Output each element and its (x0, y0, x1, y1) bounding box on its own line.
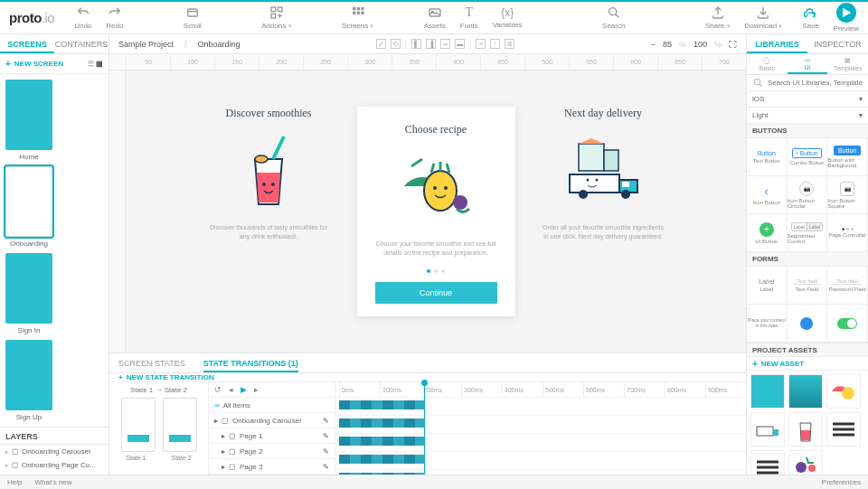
theme-dropdown[interactable]: Light▾ (747, 108, 868, 124)
asset-thumb[interactable] (750, 412, 785, 447)
tree-all[interactable]: ∞All items (209, 398, 335, 413)
download-button[interactable]: Download ▾ (745, 5, 783, 30)
tab-state-transitions[interactable]: STATE TRANSITIONS (1) (203, 353, 298, 372)
search-icon (752, 77, 764, 89)
preferences-link[interactable]: Preferences (822, 478, 861, 486)
layer-item[interactable]: ▸▢Onboarding Page Co... (0, 458, 108, 472)
preview-button[interactable]: Preview (834, 3, 859, 33)
project-assets-header: PROJECT ASSETS (747, 343, 868, 357)
asset-thumb[interactable] (788, 412, 823, 447)
comp-ui-button[interactable]: +UI Button (747, 214, 788, 252)
tab-screens[interactable]: SCREENS (0, 34, 54, 53)
comp-segmented[interactable]: LabelLabelSegmented Control (788, 214, 828, 252)
fonts-button[interactable]: TFonts (460, 5, 478, 30)
timeline-bar[interactable] (339, 437, 424, 446)
library-search-input[interactable] (768, 79, 863, 87)
playhead[interactable] (424, 382, 425, 488)
save-button[interactable]: Save (802, 5, 818, 30)
comp-toggle[interactable] (827, 305, 868, 343)
comp-bg-button[interactable]: ButtonButton with Background (827, 138, 868, 176)
align-tools[interactable]: ⤢⟲| ▌▐═▬ | ≡⋮⊞ (376, 39, 515, 49)
comp-icon-button[interactable]: ‹Icon Button (747, 176, 788, 214)
new-asset-button[interactable]: +NEW ASSET (747, 357, 868, 371)
share-button[interactable]: Share ▾ (705, 5, 731, 30)
view-list-icon[interactable]: ☰ (88, 60, 94, 68)
tree-item[interactable]: ▸▢Page 2✎ (209, 444, 335, 459)
asset-thumb[interactable] (826, 412, 861, 447)
svg-point-13 (609, 8, 616, 15)
asset-thumb[interactable] (750, 374, 785, 409)
right-panel: LIBRARIES INSPECTOR ◯Basic ▭UI ▦Template… (746, 34, 868, 488)
fullscreen-icon[interactable]: ⛶ (729, 40, 737, 49)
comp-password[interactable]: Text fieldPassword Field (827, 267, 868, 305)
logo[interactable]: proto.io (9, 10, 54, 25)
lib-ui[interactable]: ▭UI (788, 54, 828, 74)
breadcrumb-project[interactable]: Sample Project (118, 40, 174, 49)
asset-thumb[interactable] (788, 374, 823, 409)
assets-button[interactable]: Assets (424, 5, 446, 30)
tree-item[interactable]: ▸▢Page 3✎ (209, 459, 335, 475)
scroll-button[interactable]: Scroll (184, 5, 202, 30)
asset-thumb[interactable] (826, 374, 861, 409)
comp-label[interactable]: LabelLabel (747, 267, 788, 305)
svg-point-45 (796, 462, 807, 473)
comp-icon-sq[interactable]: 📷Icon Button Square (827, 176, 868, 214)
next-icon[interactable]: ▸ (254, 385, 259, 394)
screen-thumb-home[interactable]: Home (5, 80, 52, 161)
breadcrumb-screen[interactable]: Onboarding (198, 40, 241, 49)
timeline-bar[interactable] (339, 455, 424, 464)
screen-thumb-onboarding[interactable]: Onboarding (5, 166, 52, 248)
comp-radio[interactable] (788, 305, 828, 343)
slide-2[interactable]: Choose recipe Choose your favorite smoot… (357, 107, 515, 315)
platform-dropdown[interactable]: iOS▾ (747, 91, 868, 108)
lib-templates[interactable]: ▦Templates (827, 54, 868, 74)
svg-point-21 (444, 186, 448, 190)
new-transition-button[interactable]: +NEW STATE TRANSITION (109, 373, 746, 382)
footer: Help What's new Preferences (0, 475, 868, 489)
screen-thumb-signin[interactable]: Sign In (5, 253, 52, 334)
play-icon[interactable]: ▶ (241, 385, 247, 394)
tree-item[interactable]: ▸▢Page 1✎ (209, 428, 335, 444)
whatsnew-link[interactable]: What's new (34, 478, 71, 486)
svg-point-33 (754, 79, 760, 85)
svg-point-35 (842, 387, 854, 400)
section-buttons: BUTTONS (747, 124, 868, 138)
timeline-bar[interactable] (339, 418, 424, 428)
comp-text-button[interactable]: ButtonText Button (747, 138, 788, 176)
prev-icon[interactable]: ◂ (229, 385, 233, 394)
new-screen-button[interactable]: +NEW SCREEN ☰ ▦ (0, 54, 108, 74)
loop-icon[interactable]: ↺ (214, 385, 222, 394)
screen-thumb-signup[interactable]: Sign Up (5, 340, 52, 421)
canvas[interactable]: Discover smoothies Discover thousands of… (126, 71, 746, 353)
comp-placeholder[interactable]: Place your content in this area (747, 305, 788, 343)
tab-containers[interactable]: CONTAINERS (54, 34, 108, 53)
tree-item[interactable]: ▸▢Onboarding Carousel✎ (209, 413, 335, 428)
layer-item[interactable]: ▸▢Onboarding Carousel (0, 445, 108, 458)
comp-page-ctrl[interactable]: Page Controller (827, 214, 868, 252)
state-thumb-2[interactable] (163, 398, 197, 452)
tab-screen-states[interactable]: SCREEN STATES (118, 353, 185, 372)
main-toolbar: proto.io Undo Redo Scroll Addons ▾ Scree… (0, 2, 868, 34)
comp-combo-button[interactable]: ‹ ButtonCombo Button (788, 138, 828, 176)
slide-3[interactable]: Next day delivery Order all your favorit… (533, 107, 674, 240)
tab-libraries[interactable]: LIBRARIES (747, 34, 807, 53)
screens-button[interactable]: Screens ▾ (342, 5, 374, 30)
zoom-controls[interactable]: −85% 100% ⛶ (651, 40, 737, 49)
help-link[interactable]: Help (7, 478, 22, 486)
comp-icon-circ[interactable]: 📷Icon Button Circular (788, 176, 828, 214)
tab-inspector[interactable]: INSPECTOR (807, 34, 868, 53)
addons-button[interactable]: Addons ▾ (261, 5, 291, 30)
continue-button[interactable]: Continue (375, 282, 497, 304)
lib-basic[interactable]: ◯Basic (747, 54, 788, 74)
search-button[interactable]: Search (602, 5, 625, 30)
view-grid-icon[interactable]: ▦ (96, 60, 103, 68)
svg-rect-7 (361, 7, 363, 10)
redo-button[interactable]: Redo (106, 5, 123, 30)
slide-1[interactable]: Discover smoothies Discover thousands of… (199, 107, 339, 240)
undo-button[interactable]: Undo (74, 5, 91, 30)
timeline-bar[interactable] (339, 400, 424, 409)
svg-line-14 (615, 14, 618, 18)
state-thumb-1[interactable] (121, 398, 156, 452)
comp-textfield[interactable]: Text fieldText Field (788, 267, 828, 305)
variables-button[interactable]: {x}Variables (493, 6, 523, 29)
